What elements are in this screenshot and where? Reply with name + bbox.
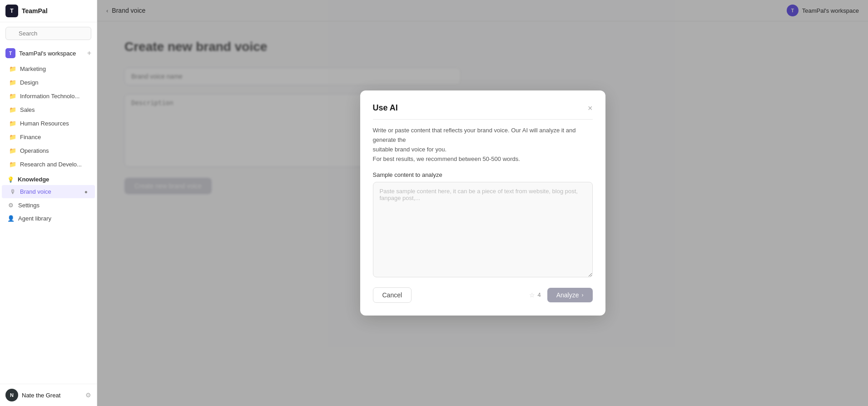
user-settings-gear-icon[interactable]: ⚙: [85, 391, 91, 399]
app-title: TeamPal: [22, 7, 48, 15]
modal-sample-textarea[interactable]: [373, 182, 593, 277]
nav-section: 📁 Marketing 📁 Design 📁 Information Techn…: [0, 62, 97, 384]
user-avatar: N: [5, 389, 18, 401]
workspace-avatar: T: [5, 48, 15, 58]
settings-icon: ⚙: [7, 202, 15, 209]
search-wrapper: 🔍: [5, 27, 91, 40]
sidebar-item-marketing[interactable]: 📁 Marketing: [2, 62, 95, 75]
brand-voice-icon: 🎙: [9, 188, 16, 195]
main-content: ‹ Brand voice T TeamPal's workspace Crea…: [97, 0, 868, 406]
sidebar-footer: N Nate the Great ⚙: [0, 384, 97, 406]
sidebar-item-design[interactable]: 📁 Design: [2, 76, 95, 89]
folder-icon: 📁: [9, 147, 16, 154]
search-container: 🔍: [0, 22, 97, 45]
sidebar-item-sales[interactable]: 📁 Sales: [2, 103, 95, 116]
folder-icon: 📁: [9, 79, 16, 86]
sidebar-item-brand-voice[interactable]: 🎙 Brand voice ●: [2, 185, 95, 198]
folder-icon: 📁: [9, 93, 16, 100]
star-icon: ☆: [529, 291, 535, 299]
credits-count: 4: [537, 291, 541, 298]
credits-info: ☆ 4: [529, 291, 541, 299]
modal-divider: [373, 119, 593, 120]
search-input[interactable]: [5, 27, 91, 40]
sidebar-item-finance[interactable]: 📁 Finance: [2, 130, 95, 144]
user-name: Nate the Great: [22, 392, 60, 399]
user-info: N Nate the Great: [5, 389, 60, 401]
folder-icon: 📁: [9, 134, 16, 140]
modal-close-button[interactable]: ×: [588, 104, 593, 112]
sidebar: T TeamPal 🔍 T TeamPal's workspace + 📁 Ma…: [0, 0, 97, 406]
analyze-arrow-icon: ›: [582, 292, 584, 298]
modal-title: Use AI: [373, 103, 398, 113]
use-ai-modal: Use AI × Write or paste content that ref…: [360, 90, 605, 315]
sidebar-item-settings[interactable]: ⚙ Settings: [0, 199, 97, 212]
workspace-row[interactable]: T TeamPal's workspace +: [0, 45, 97, 62]
add-workspace-button[interactable]: +: [87, 50, 91, 57]
folder-icon: 📁: [9, 106, 16, 113]
modal-overlay: Use AI × Write or paste content that ref…: [97, 0, 868, 406]
sidebar-item-research-development[interactable]: 📁 Research and Develo...: [2, 158, 95, 171]
modal-footer: Cancel ☆ 4 Analyze ›: [373, 287, 593, 303]
sidebar-header: T TeamPal: [0, 0, 97, 22]
app-logo: T: [5, 5, 18, 17]
sidebar-item-agent-library[interactable]: 👤 Agent library: [0, 212, 97, 225]
toggle-icon: ●: [84, 189, 88, 195]
analyze-button[interactable]: Analyze ›: [547, 288, 593, 302]
knowledge-icon: 💡: [7, 176, 14, 183]
sidebar-item-information-technology[interactable]: 📁 Information Technolo...: [2, 90, 95, 103]
cancel-button[interactable]: Cancel: [373, 287, 412, 303]
folder-icon: 📁: [9, 65, 16, 72]
modal-header: Use AI ×: [373, 103, 593, 113]
folder-icon: 📁: [9, 161, 16, 168]
workspace-name: TeamPal's workspace: [19, 50, 76, 57]
agent-library-icon: 👤: [7, 215, 15, 222]
modal-sample-label: Sample content to analyze: [373, 171, 593, 178]
knowledge-section[interactable]: 💡 Knowledge: [0, 171, 97, 185]
sidebar-item-human-resources[interactable]: 📁 Human Resources: [2, 117, 95, 130]
modal-description: Write or paste content that reflects you…: [373, 126, 593, 164]
folder-icon: 📁: [9, 120, 16, 127]
sidebar-item-operations[interactable]: 📁 Operations: [2, 144, 95, 157]
